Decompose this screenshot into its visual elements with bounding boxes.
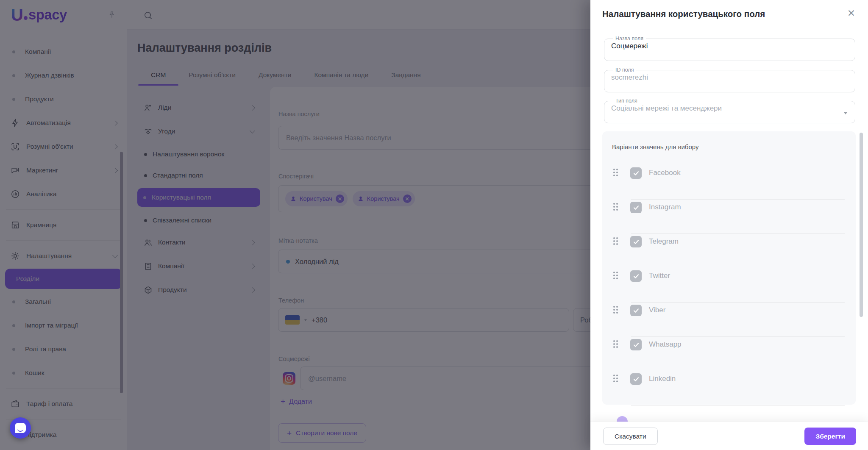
checkbox-checked[interactable] <box>630 202 642 213</box>
field-name-label: Назва поля <box>613 36 646 42</box>
chat-bubble-icon <box>15 423 26 433</box>
option-row-whatsapp: Whatsapp <box>602 336 856 353</box>
drag-handle-icon[interactable] <box>612 236 619 246</box>
checkbox-checked[interactable] <box>630 305 642 316</box>
drag-handle-icon[interactable] <box>612 374 619 383</box>
option-row-linkedin: Linkedin <box>602 371 856 388</box>
option-row-twitter: Twitter <box>602 268 856 285</box>
drawer-footer: Скасувати Зберегти <box>590 422 868 450</box>
field-id-label: ID поля <box>613 67 636 73</box>
field-type-select[interactable]: Соціальні мережі та месенджери <box>610 104 849 116</box>
field-type-label: Тип поля <box>613 98 640 104</box>
support-chat-button[interactable] <box>10 417 31 439</box>
close-icon[interactable]: ✕ <box>847 8 855 19</box>
field-id-group: ID поля <box>604 67 855 92</box>
drag-handle-icon[interactable] <box>612 168 619 177</box>
field-name-group: Назва поля <box>604 36 855 61</box>
custom-field-settings-drawer: Налаштування користувацького поля ✕ Назв… <box>590 0 868 450</box>
drag-handle-icon[interactable] <box>612 202 619 211</box>
save-button[interactable]: Зберегти <box>804 428 856 445</box>
divider <box>631 405 845 406</box>
field-name-input[interactable] <box>610 42 849 54</box>
option-row-facebook: Facebook <box>602 165 856 182</box>
drag-handle-icon[interactable] <box>612 305 619 314</box>
app-window: U spacy Компанії Журнал дзвінків Продукт… <box>0 0 868 450</box>
drag-handle-icon[interactable] <box>612 271 619 280</box>
select-caret-icon <box>844 112 847 114</box>
option-row-viber: Viber <box>602 302 856 319</box>
option-row-telegram: Telegram <box>602 233 856 250</box>
options-card: Варіанти значень для вибору Facebook Ins… <box>602 131 856 405</box>
drawer-scrollbar[interactable] <box>860 133 863 317</box>
drawer-title: Налаштування користувацького поля <box>602 9 765 19</box>
drag-handle-icon[interactable] <box>612 339 619 349</box>
options-title: Варіанти значень для вибору <box>612 143 698 150</box>
field-type-group: Тип поля Соціальні мережі та месенджери <box>604 98 855 123</box>
checkbox-checked[interactable] <box>630 236 642 247</box>
checkbox-checked[interactable] <box>630 270 642 282</box>
checkbox-checked[interactable] <box>630 373 642 385</box>
option-row-instagram: Instagram <box>602 199 856 216</box>
checkbox-checked[interactable] <box>630 339 642 350</box>
field-id-input[interactable] <box>610 73 849 85</box>
checkbox-checked[interactable] <box>630 167 642 179</box>
cancel-button[interactable]: Скасувати <box>603 428 658 445</box>
